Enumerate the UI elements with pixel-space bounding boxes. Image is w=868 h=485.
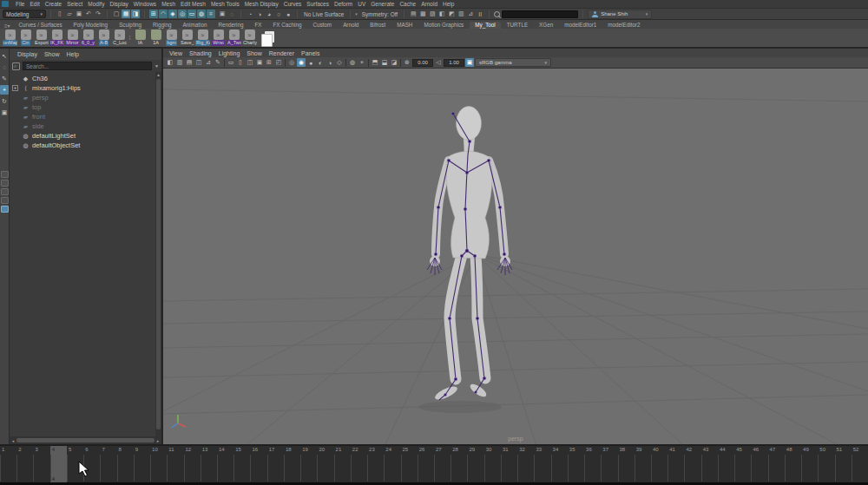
scroll-right-icon[interactable]: ▸ [155, 438, 161, 443]
gamma-field[interactable] [444, 59, 464, 67]
shelf-tab-animation[interactable]: Animation [177, 22, 212, 29]
viewport-menu-show[interactable]: Show [244, 50, 265, 56]
timeline-frame-28[interactable]: 28 [450, 446, 467, 482]
menu-display[interactable]: Display [107, 1, 130, 7]
timeline-frame-42[interactable]: 42 [684, 446, 700, 482]
shelf-tab-modeleditor1[interactable]: modelEditor1 [559, 22, 602, 29]
menu-curves[interactable]: Curves [281, 1, 305, 7]
timeline-frame-3[interactable]: 3 [33, 446, 49, 482]
shelf-tab-xgen[interactable]: XGen [534, 22, 558, 29]
shelf-tab-mash[interactable]: MASH [391, 22, 418, 29]
shelf-button-unmap[interactable]: ≈unMap [3, 29, 17, 46]
image-plane-icon[interactable]: ⊿ [204, 58, 213, 67]
timeline-frame-29[interactable]: 29 [467, 446, 483, 482]
motionbuilder-icon[interactable]: ⊿ [466, 10, 475, 18]
active-layout[interactable] [1, 206, 9, 213]
shelf-tab-rigging[interactable]: Rigging [148, 22, 176, 29]
exposure-field[interactable] [412, 59, 433, 67]
shelf-tab-motion-graphics[interactable]: Motion Graphics [418, 22, 469, 29]
menu-edit[interactable]: Edit [27, 1, 42, 7]
2d-pan-zoom-icon[interactable]: ✎ [214, 58, 222, 67]
document-stack-icon[interactable] [261, 31, 274, 45]
select-hierarchy-icon[interactable]: ▢ [112, 10, 121, 18]
snap-point-icon[interactable]: ◈ [168, 10, 177, 18]
timeline-frame-38[interactable]: 38 [618, 446, 635, 482]
menu-modify[interactable]: Modify [85, 1, 107, 7]
timeline-frame-47[interactable]: 47 [768, 446, 785, 482]
select-tool[interactable]: ↖ [0, 51, 9, 61]
outliner-item-defaultlightset[interactable]: ◍defaultLightSet [10, 131, 161, 141]
shelf-button-export[interactable]: ≈Export [34, 29, 49, 46]
viewport-menu-lighting[interactable]: Lighting [216, 50, 243, 56]
menu-file[interactable]: File [13, 1, 27, 7]
menu-mesh-display[interactable]: Mesh Display [242, 1, 281, 7]
four-pane-layout[interactable] [1, 180, 9, 187]
select-component-icon[interactable]: ◨ [131, 10, 140, 18]
viewport-menu-renderer[interactable]: Renderer [266, 50, 297, 56]
timeline-frame-52[interactable]: 52 [852, 446, 868, 482]
timeline-frame-14[interactable]: 14 [217, 446, 233, 482]
wireframe-icon[interactable]: ▯ [236, 58, 245, 67]
gate-mask-icon[interactable]: ⬓ [380, 58, 389, 67]
ipr-render-icon[interactable]: ▩ [418, 10, 427, 18]
timeline-frame-10[interactable]: 10 [150, 446, 167, 482]
field-chart-icon[interactable]: ⌖ [358, 58, 366, 67]
viewport-menu-panels[interactable]: Panels [299, 50, 322, 56]
menu-edit-mesh[interactable]: Edit Mesh [178, 1, 208, 7]
soft-select-icon[interactable]: ◌ [227, 10, 236, 18]
outliner-search-input[interactable] [23, 62, 152, 70]
outliner-vertical-scrollbar[interactable]: ▲ [155, 72, 161, 436]
undo-icon[interactable]: ↶ [84, 10, 93, 18]
current-frame-marker[interactable]: 44 [50, 446, 67, 482]
move-tool[interactable]: + [0, 85, 9, 95]
select-camera-icon[interactable]: ◧ [166, 58, 174, 67]
select-object-icon[interactable]: ▦ [122, 10, 130, 18]
chevron-down-icon[interactable]: ▼ [155, 63, 159, 69]
viewport-canvas[interactable]: persp [163, 69, 868, 444]
timeline-frame-11[interactable]: 11 [167, 446, 183, 482]
timeline-frame-32[interactable]: 32 [517, 446, 534, 482]
menu-surfaces[interactable]: Surfaces [304, 1, 332, 7]
menu-uv[interactable]: UV [355, 1, 368, 7]
menu-create[interactable]: Create [43, 1, 65, 7]
shaded-icon[interactable]: ◫ [246, 58, 254, 67]
new-scene-icon[interactable]: ▯ [56, 10, 64, 18]
shelf-tab-turtle[interactable]: TURTLE [502, 22, 533, 29]
timeline-frame-8[interactable]: 8 [117, 446, 134, 482]
lasso-tool[interactable]: ◌ [0, 62, 9, 72]
shelf-button-wrist[interactable]: ≈Wrist [211, 29, 226, 46]
render-view-icon[interactable]: ▥ [457, 10, 465, 18]
timeline-frame-17[interactable]: 17 [267, 446, 284, 482]
rotate-tool[interactable]: ↻ [0, 96, 9, 106]
split-layout[interactable] [1, 197, 9, 204]
outliner-item-side[interactable]: ▰side [10, 121, 161, 131]
timeline-frame-25[interactable]: 25 [401, 446, 418, 482]
shelf-menu-icon[interactable]: ≡▾ [2, 23, 13, 29]
exposure-icon[interactable]: ⊛ [403, 58, 411, 67]
outliner-item-persp[interactable]: ▰persp [10, 93, 161, 102]
filter-icon[interactable] [12, 62, 20, 70]
paint-select-tool[interactable]: ✎ [0, 74, 9, 83]
menu-select[interactable]: Select [64, 1, 85, 7]
snap-grid-icon[interactable]: ⊞ [149, 10, 158, 18]
timeline-frame-43[interactable]: 43 [701, 446, 718, 482]
snap-view-plane-icon[interactable]: ▭ [187, 10, 196, 18]
no-construction-history-icon[interactable]: ◑ [255, 10, 264, 18]
render-settings-icon[interactable]: ▨ [428, 10, 437, 18]
grease-pencil-icon[interactable]: ▭ [227, 58, 235, 67]
resolution-gate-icon[interactable]: ⬒ [371, 58, 379, 67]
search-input[interactable] [502, 10, 578, 18]
shelf-button-1a[interactable]: 1A [148, 29, 163, 46]
timeline-frame-2[interactable]: 2 [16, 446, 33, 482]
timeline-frame-31[interactable]: 31 [501, 446, 517, 482]
scale-tool[interactable]: ▣ [0, 108, 9, 117]
timeline-frame-12[interactable]: 12 [184, 446, 201, 482]
timeline-frame-46[interactable]: 46 [751, 446, 767, 482]
menu-windows[interactable]: Windows [131, 1, 159, 7]
menu-help[interactable]: Help [440, 1, 457, 7]
timeline-frame-20[interactable]: 20 [317, 446, 333, 482]
lock-camera-icon[interactable]: ▥ [175, 58, 184, 67]
persp-outliner-layout[interactable] [1, 188, 9, 195]
shelf-button-cin[interactable]: ≈Cin [18, 29, 33, 46]
viewport-menu-view[interactable]: View [167, 50, 185, 56]
